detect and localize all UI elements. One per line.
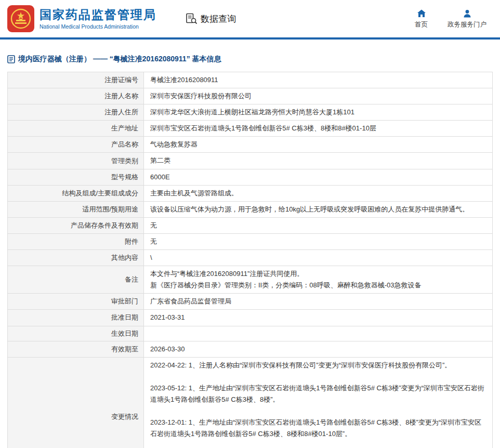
table-row: 备注 本文件与“粤械注准20162080911”注册证共同使用。 新《医疗器械分… bbox=[8, 266, 493, 294]
org-name: 国家药品监督管理局 bbox=[40, 8, 156, 22]
nav-home[interactable]: 首页 bbox=[415, 9, 428, 29]
row-label: 生效日期 bbox=[8, 326, 144, 341]
nav-portal-label: 政务服务门户 bbox=[448, 20, 486, 29]
row-value: 2026-03-30 bbox=[144, 341, 493, 357]
info-table-body: 注册证编号 粤械注准20162080911 注册人名称 深圳市安保医疗科技股份有… bbox=[8, 72, 493, 448]
table-row: 有效期至 2026-03-30 bbox=[8, 341, 493, 357]
site-header: 国家药品监督管理局 National Medical Products Admi… bbox=[0, 0, 500, 37]
row-label: 附件 bbox=[8, 233, 144, 249]
row-value: 深圳市宝安区石岩街道塘头1号路创维创新谷5# C栋3楼、8楼和8#楼01-10层 bbox=[144, 121, 493, 137]
row-label: 变更情况 bbox=[8, 357, 144, 448]
row-label: 适用范围/预期用途 bbox=[8, 201, 144, 217]
row-label: 型号规格 bbox=[8, 169, 144, 185]
table-row: 变更情况 2022-04-22: 1、注册人名称由“深圳市安保科技有限公司”变更… bbox=[8, 357, 493, 448]
row-label: 备注 bbox=[8, 266, 144, 294]
row-value: 粤械注准20162080911 bbox=[144, 72, 493, 88]
table-row: 生效日期 bbox=[8, 326, 493, 341]
page-title-text: 境内医疗器械（注册） —— “粤械注准20162080911” 基本信息 bbox=[18, 55, 221, 64]
table-row: 其他内容 \ bbox=[8, 250, 493, 266]
table-row: 适用范围/预期用途 该设备以压缩气体为动力源，用于急救时，给10kg以上无呼吸或… bbox=[8, 201, 493, 217]
row-value bbox=[144, 326, 493, 341]
nav-data-query[interactable]: 数据查询 bbox=[185, 12, 236, 25]
home-icon bbox=[417, 9, 426, 18]
data-query-label: 数据查询 bbox=[201, 13, 236, 25]
table-row: 结构及组成/主要组成成分 主要由主机及气源管路组成。 bbox=[8, 185, 493, 201]
table-row: 注册人名称 深圳市安保医疗科技股份有限公司 bbox=[8, 88, 493, 104]
nmpa-logo-icon bbox=[7, 5, 34, 32]
row-label: 管理类别 bbox=[8, 153, 144, 169]
table-row: 注册人住所 深圳市龙华区大浪街道上横朗社区福龙路旁恒大时尚慧谷大厦1栋101 bbox=[8, 104, 493, 121]
org-name-en: National Medical Products Administration bbox=[40, 23, 156, 30]
row-label: 结构及组成/主要组成成分 bbox=[8, 185, 144, 201]
table-row: 批准日期 2021-03-31 bbox=[8, 310, 493, 326]
row-label: 生产地址 bbox=[8, 121, 144, 137]
row-value: 广东省食品药品监督管理局 bbox=[144, 294, 493, 310]
table-row: 型号规格 6000E bbox=[8, 169, 493, 185]
data-query-icon bbox=[185, 12, 198, 25]
nav-home-label: 首页 bbox=[415, 20, 428, 29]
page-title: 境内医疗器械（注册） —— “粤械注准20162080911” 基本信息 bbox=[7, 55, 493, 64]
table-row: 审批部门 广东省食品药品监督管理局 bbox=[8, 294, 493, 310]
table-row: 产品储存条件及有效期 无 bbox=[8, 217, 493, 233]
row-label: 批准日期 bbox=[8, 310, 144, 326]
row-value: 该设备以压缩气体为动力源，用于急救时，给10kg以上无呼吸或突发呼吸困难的人员在… bbox=[144, 201, 493, 217]
row-value: 6000E bbox=[144, 169, 493, 185]
row-label: 注册人名称 bbox=[8, 88, 144, 104]
row-value: 本文件与“粤械注准20162080911”注册证共同使用。 新《医疗器械分类目录… bbox=[144, 266, 493, 294]
row-value: 无 bbox=[144, 233, 493, 249]
row-value: 气动急救复苏器 bbox=[144, 137, 493, 153]
main-content: 境内医疗器械（注册） —— “粤械注准20162080911” 基本信息 注册证… bbox=[0, 55, 500, 448]
row-value: 深圳市龙华区大浪街道上横朗社区福龙路旁恒大时尚慧谷大厦1栋101 bbox=[144, 104, 493, 121]
info-table: 注册证编号 粤械注准20162080911 注册人名称 深圳市安保医疗科技股份有… bbox=[7, 72, 493, 448]
header-divider bbox=[0, 37, 500, 39]
row-label: 审批部门 bbox=[8, 294, 144, 310]
row-label: 有效期至 bbox=[8, 341, 144, 357]
row-label: 其他内容 bbox=[8, 250, 144, 266]
user-icon bbox=[463, 9, 472, 18]
table-row: 管理类别 第二类 bbox=[8, 153, 493, 169]
document-icon bbox=[7, 55, 15, 63]
table-row: 生产地址 深圳市宝安区石岩街道塘头1号路创维创新谷5# C栋3楼、8楼和8#楼0… bbox=[8, 121, 493, 137]
row-value: 深圳市安保医疗科技股份有限公司 bbox=[144, 88, 493, 104]
row-value: 无 bbox=[144, 217, 493, 233]
table-row: 产品名称 气动急救复苏器 bbox=[8, 137, 493, 153]
row-value: 主要由主机及气源管路组成。 bbox=[144, 185, 493, 201]
row-label: 产品储存条件及有效期 bbox=[8, 217, 144, 233]
row-value: 第二类 bbox=[144, 153, 493, 169]
row-value: \ bbox=[144, 250, 493, 266]
row-label: 产品名称 bbox=[8, 137, 144, 153]
row-value: 2021-03-31 bbox=[144, 310, 493, 326]
row-value: 2022-04-22: 1、注册人名称由“深圳市安保科技有限公司”变更为“深圳市… bbox=[144, 357, 493, 448]
header-right: 首页 政务服务门户 bbox=[415, 9, 486, 29]
header-left: 国家药品监督管理局 National Medical Products Admi… bbox=[7, 5, 236, 32]
row-label: 注册证编号 bbox=[8, 72, 144, 88]
org-names: 国家药品监督管理局 National Medical Products Admi… bbox=[40, 8, 156, 30]
row-label: 注册人住所 bbox=[8, 104, 144, 121]
nav-portal[interactable]: 政务服务门户 bbox=[448, 9, 486, 29]
table-row: 注册证编号 粤械注准20162080911 bbox=[8, 72, 493, 88]
table-row: 附件 无 bbox=[8, 233, 493, 249]
